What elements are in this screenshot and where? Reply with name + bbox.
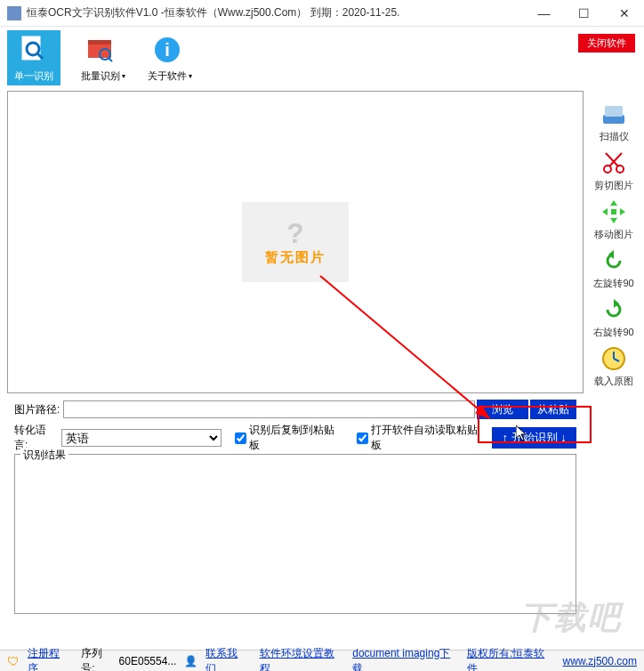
dropdown-arrow-icon: ▾ <box>122 72 125 80</box>
from-paste-button[interactable]: 从粘贴 <box>530 400 576 419</box>
lang-row: 转化语言: 英语 识别后复制到粘贴板 打开软件自动读取粘贴板 ↑ 开始识别 ↓ <box>14 425 576 450</box>
copy-checkbox[interactable]: 识别后复制到粘贴板 <box>235 423 340 453</box>
result-fieldset: 识别结果 <box>14 454 576 614</box>
path-row: 图片路径: 浏览 从粘贴 <box>14 397 576 422</box>
scanner-button[interactable]: 扫描仪 <box>592 100 636 143</box>
main-toolbar: 单一识别 批量识别 ▾ i 关于软件 ▾ 关闭软件 <box>0 27 644 89</box>
svg-rect-10 <box>605 106 623 117</box>
titlebar: 恒泰OCR文字识别软件V1.0 -恒泰软件（Www.zj500.Com） 到期：… <box>0 0 644 27</box>
minimize-button[interactable]: — <box>524 0 564 27</box>
dropdown-arrow-icon: ▾ <box>189 72 192 80</box>
load-original-button[interactable]: 载入原图 <box>592 344 636 388</box>
window-title: 恒泰OCR文字识别软件V1.0 -恒泰软件（Www.zj500.Com） 到期：… <box>27 5 524 20</box>
info-icon: i <box>151 34 183 66</box>
crop-button[interactable]: 剪切图片 <box>592 149 636 192</box>
window-controls: — ☐ ✕ <box>524 0 644 27</box>
no-image-placeholder: ? 暂无图片 <box>242 202 349 282</box>
scissors-icon <box>600 149 628 177</box>
copyright-link[interactable]: 版权所有:恒泰软件 <box>467 646 549 672</box>
scanner-icon <box>600 100 628 128</box>
move-icon <box>600 198 628 226</box>
svg-marker-15 <box>610 200 617 206</box>
batch-icon <box>85 34 117 66</box>
close-app-button[interactable]: 关闭软件 <box>578 34 635 53</box>
app-icon <box>7 6 21 20</box>
single-recognize-button[interactable]: 单一识别 <box>7 30 60 85</box>
env-link[interactable]: 软件环境设置教程 <box>260 646 339 672</box>
clock-icon <box>600 344 628 373</box>
serial-value: 60E05554... <box>119 655 177 667</box>
left-panel: ? 暂无图片 图片路径: 浏览 从粘贴 转化语言: 英语 识别后复制到粘贴板 打… <box>7 91 584 614</box>
controls-panel: 图片路径: 浏览 从粘贴 转化语言: 英语 识别后复制到粘贴板 打开软件自动读取… <box>7 393 584 450</box>
browse-button[interactable]: 浏览 <box>477 400 528 419</box>
svg-text:i: i <box>165 40 170 60</box>
maximize-button[interactable]: ☐ <box>564 0 604 27</box>
image-preview: ? 暂无图片 <box>7 91 584 393</box>
rotate-right-button[interactable]: 右旋转90 <box>592 295 636 339</box>
serial-label: 序列号: <box>81 646 113 672</box>
start-recognize-button[interactable]: ↑ 开始识别 ↓ <box>492 427 576 449</box>
right-toolbar: 扫描仪 剪切图片 移动图片 左旋转90 右旋转90 <box>584 91 637 614</box>
lang-select[interactable]: 英语 <box>61 429 221 447</box>
svg-marker-16 <box>610 218 617 223</box>
auto-checkbox[interactable]: 打开软件自动读取粘贴板 <box>357 423 481 453</box>
rotate-left-icon <box>600 247 628 275</box>
statusbar: 🛡 注册程序 序列号: 60E05554... 👤 联系我们 软件环境设置教程 … <box>0 650 644 671</box>
move-button[interactable]: 移动图片 <box>592 198 636 241</box>
register-link[interactable]: 注册程序 <box>28 646 67 672</box>
svg-rect-4 <box>88 40 111 44</box>
user-icon: 👤 <box>184 655 197 667</box>
question-icon: ? <box>286 219 304 247</box>
svg-rect-19 <box>611 209 616 214</box>
rotate-right-icon <box>600 295 628 324</box>
close-button[interactable]: ✕ <box>604 0 644 27</box>
svg-line-6 <box>109 58 112 61</box>
path-input[interactable] <box>63 400 475 418</box>
result-legend: 识别结果 <box>20 448 68 463</box>
site-link[interactable]: www.zj500.com <box>563 655 637 667</box>
svg-marker-18 <box>620 208 625 215</box>
main-area: ? 暂无图片 图片路径: 浏览 从粘贴 转化语言: 英语 识别后复制到粘贴板 打… <box>0 89 644 614</box>
shield-icon: 🛡 <box>7 654 20 668</box>
rotate-left-button[interactable]: 左旋转90 <box>592 247 636 290</box>
svg-marker-17 <box>602 208 608 215</box>
contact-link[interactable]: 联系我们 <box>205 646 245 672</box>
document-search-icon <box>18 34 50 66</box>
path-label: 图片路径: <box>14 402 60 417</box>
about-button[interactable]: i 关于软件 ▾ <box>141 30 194 85</box>
batch-recognize-button[interactable]: 批量识别 ▾ <box>74 30 127 85</box>
docimg-link[interactable]: document imaging下载 <box>352 646 453 672</box>
